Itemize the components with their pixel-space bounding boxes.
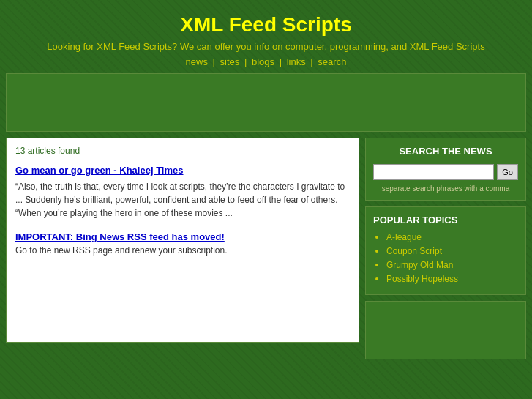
list-item-hopeless: Possibly Hopeless (386, 273, 518, 284)
ad-banner (6, 73, 526, 132)
nav-blogs[interactable]: blogs (252, 56, 274, 67)
nav-sites[interactable]: sites (220, 56, 240, 67)
article-1: Go mean or go green - Khaleej Times “Als… (15, 165, 350, 220)
nav-sep-1: | (213, 56, 215, 67)
nav-links[interactable]: links (287, 56, 306, 67)
article-2: IMPORTANT: Bing News RSS feed has moved!… (15, 231, 350, 256)
nav-news[interactable]: news (186, 56, 208, 67)
article-2-title[interactable]: IMPORTANT: Bing News RSS feed has moved! (15, 231, 350, 242)
list-item-coupon: Coupon Script (386, 245, 518, 256)
topic-aleague[interactable]: A-league (386, 232, 422, 242)
list-item-aleague: A-league (386, 231, 518, 242)
popular-topics-title: POPULAR TOPICS (373, 215, 518, 225)
search-box: SEARCH THE NEWS Go separate search phras… (365, 138, 526, 201)
article-1-excerpt: “Also, the truth is that, every time I l… (15, 180, 350, 220)
topic-possibly-hopeless[interactable]: Possibly Hopeless (386, 274, 458, 284)
page-wrapper: XML Feed Scripts Looking for XML Feed Sc… (0, 0, 532, 367)
main-content: 13 articles found Go mean or go green - … (6, 138, 526, 359)
site-title: XML Feed Scripts (6, 7, 526, 41)
search-go-button[interactable]: Go (497, 164, 518, 180)
nav-sep-4: | (310, 56, 312, 67)
topic-grumpy-old-man[interactable]: Grumpy Old Man (386, 260, 453, 270)
nav-bar: news | sites | blogs | links | search (6, 56, 526, 67)
popular-topics-box: POPULAR TOPICS A-league Coupon Script Gr… (365, 206, 526, 295)
popular-topics-list: A-league Coupon Script Grumpy Old Man Po… (373, 231, 518, 284)
nav-search[interactable]: search (318, 56, 346, 67)
sidebar-bottom-box (365, 301, 526, 359)
right-column: SEARCH THE NEWS Go separate search phras… (365, 138, 526, 359)
article-1-title[interactable]: Go mean or go green - Khaleej Times (15, 165, 350, 176)
search-hint: separate search phrases with a comma (373, 184, 518, 193)
articles-found: 13 articles found (15, 146, 350, 156)
nav-sep-3: | (280, 56, 282, 67)
search-input[interactable] (373, 164, 494, 180)
article-2-excerpt: Go to the new RSS page and renew your su… (15, 245, 350, 256)
search-box-title: SEARCH THE NEWS (373, 146, 518, 157)
topic-coupon-script[interactable]: Coupon Script (386, 246, 442, 256)
search-form: Go (373, 164, 518, 180)
left-column: 13 articles found Go mean or go green - … (6, 138, 359, 343)
site-subtitle: Looking for XML Feed Scripts? We can off… (6, 41, 526, 52)
list-item-grumpy: Grumpy Old Man (386, 259, 518, 270)
nav-sep-2: | (244, 56, 247, 67)
